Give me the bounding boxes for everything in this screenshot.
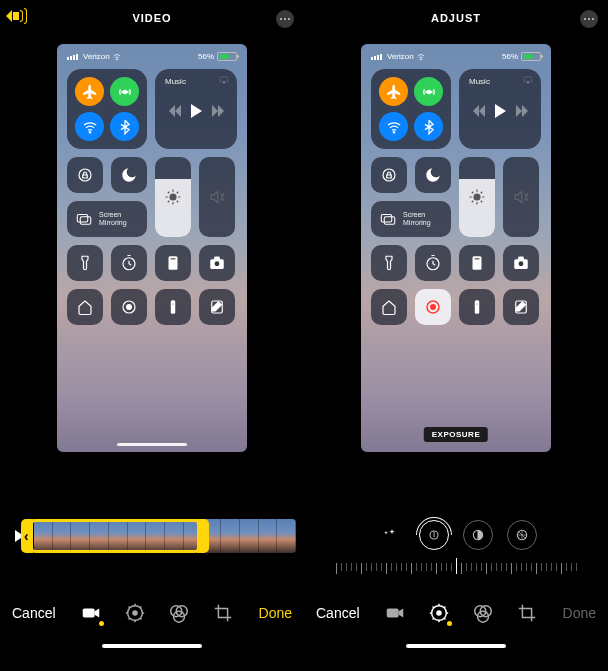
connectivity-panel[interactable] xyxy=(371,69,451,149)
status-bar: Verizon 56% xyxy=(57,44,247,65)
auto-enhance-icon[interactable] xyxy=(375,520,405,550)
control-center: Music xyxy=(57,65,247,337)
svg-point-45 xyxy=(474,265,476,267)
cancel-button[interactable]: Cancel xyxy=(12,605,56,621)
orientation-lock-icon[interactable] xyxy=(371,157,407,193)
flashlight-icon[interactable] xyxy=(67,245,103,281)
svg-rect-22 xyxy=(171,300,176,314)
wifi-toggle-icon[interactable] xyxy=(379,112,408,141)
forward-icon[interactable] xyxy=(516,105,530,117)
calculator-icon[interactable] xyxy=(155,245,191,281)
svg-point-21 xyxy=(126,304,132,310)
svg-point-16 xyxy=(175,265,177,267)
preview-area: Verizon 56% xyxy=(304,36,608,516)
svg-point-46 xyxy=(476,265,478,267)
filters-tab-icon[interactable] xyxy=(472,602,494,624)
quick-note-icon[interactable] xyxy=(199,289,235,325)
camera-icon[interactable] xyxy=(503,245,539,281)
screen-record-icon[interactable] xyxy=(111,289,147,325)
camera-icon[interactable] xyxy=(199,245,235,281)
svg-point-52 xyxy=(430,304,436,310)
filters-tab-icon[interactable] xyxy=(168,602,190,624)
quick-note-icon[interactable] xyxy=(503,289,539,325)
timeline-filmstrip[interactable] xyxy=(34,519,296,553)
bluetooth-icon[interactable] xyxy=(110,112,139,141)
do-not-disturb-icon[interactable] xyxy=(415,157,451,193)
connectivity-panel[interactable] xyxy=(67,69,147,149)
home-bar xyxy=(304,640,608,656)
flashlight-icon[interactable] xyxy=(371,245,407,281)
video-preview[interactable]: Verizon 56% xyxy=(361,44,551,452)
svg-point-14 xyxy=(170,265,172,267)
home-bar xyxy=(0,640,304,656)
more-icon[interactable] xyxy=(580,10,598,28)
bottom-toolbar: Cancel Done xyxy=(0,586,304,640)
media-title: Music xyxy=(469,77,531,86)
mode-title: VIDEO xyxy=(132,12,171,24)
screen-record-icon[interactable] xyxy=(415,289,451,325)
svg-point-43 xyxy=(476,262,478,264)
play-icon[interactable] xyxy=(191,104,202,118)
cellular-icon[interactable] xyxy=(110,77,139,106)
remote-icon[interactable] xyxy=(459,289,495,325)
brightness-slider[interactable] xyxy=(459,157,495,237)
screen-mirroring-button[interactable]: Screen Mirroring xyxy=(371,201,451,237)
wifi-toggle-icon[interactable] xyxy=(75,112,104,141)
signal-icon xyxy=(67,54,78,60)
status-bar: Verizon 56% xyxy=(361,44,551,65)
cellular-icon[interactable] xyxy=(414,77,443,106)
svg-point-15 xyxy=(172,265,174,267)
do-not-disturb-icon[interactable] xyxy=(111,157,147,193)
adjust-tab-icon[interactable] xyxy=(428,602,450,624)
orientation-lock-icon[interactable] xyxy=(67,157,103,193)
volume-slider[interactable] xyxy=(503,157,539,237)
adjust-ruler[interactable] xyxy=(314,556,598,580)
svg-rect-50 xyxy=(519,257,524,260)
airplane-icon[interactable] xyxy=(379,77,408,106)
svg-point-13 xyxy=(175,262,177,264)
top-bar: VIDEO xyxy=(0,0,304,36)
adjust-tab-icon[interactable] xyxy=(124,602,146,624)
home-icon[interactable] xyxy=(371,289,407,325)
timer-icon[interactable] xyxy=(111,245,147,281)
video-preview[interactable]: Verizon 56% xyxy=(57,44,247,452)
timeline-play-button[interactable] xyxy=(8,522,30,550)
volume-slider[interactable] xyxy=(199,157,235,237)
svg-rect-3 xyxy=(220,77,228,82)
remote-icon[interactable] xyxy=(155,289,191,325)
rewind-icon[interactable] xyxy=(471,105,485,117)
svg-point-23 xyxy=(172,303,174,305)
crop-tab-icon[interactable] xyxy=(212,602,234,624)
home-icon[interactable] xyxy=(67,289,103,325)
svg-point-27 xyxy=(132,610,138,616)
forward-icon[interactable] xyxy=(212,105,226,117)
airplay-icon[interactable] xyxy=(219,75,229,85)
video-tab-icon[interactable] xyxy=(384,602,406,624)
svg-rect-5 xyxy=(77,215,88,223)
media-panel[interactable]: Music xyxy=(459,69,541,149)
cancel-button[interactable]: Cancel xyxy=(316,605,360,621)
highlights-dial[interactable] xyxy=(507,520,537,550)
ruler-center-mark xyxy=(456,558,457,574)
media-panel[interactable]: Music xyxy=(155,69,237,149)
more-icon[interactable] xyxy=(276,10,294,28)
airplane-icon[interactable] xyxy=(75,77,104,106)
rewind-icon[interactable] xyxy=(167,105,181,117)
bluetooth-icon[interactable] xyxy=(414,112,443,141)
svg-point-32 xyxy=(427,90,431,94)
brightness-slider[interactable] xyxy=(155,157,191,237)
done-button[interactable]: Done xyxy=(563,605,596,621)
video-tab-icon[interactable] xyxy=(80,602,102,624)
crop-tab-icon[interactable] xyxy=(516,602,538,624)
editor-pane-video: VIDEO Verizon 56% xyxy=(0,0,304,671)
brilliance-dial[interactable] xyxy=(463,520,493,550)
screen-mirroring-button[interactable]: Screen Mirroring xyxy=(67,201,147,237)
airplay-icon[interactable] xyxy=(523,75,533,85)
timer-icon[interactable] xyxy=(415,245,451,281)
audio-icon[interactable] xyxy=(6,8,27,24)
play-icon[interactable] xyxy=(495,104,506,118)
done-button[interactable]: Done xyxy=(259,605,292,621)
mode-title: ADJUST xyxy=(431,12,481,24)
calculator-icon[interactable] xyxy=(459,245,495,281)
exposure-dial[interactable] xyxy=(419,520,449,550)
